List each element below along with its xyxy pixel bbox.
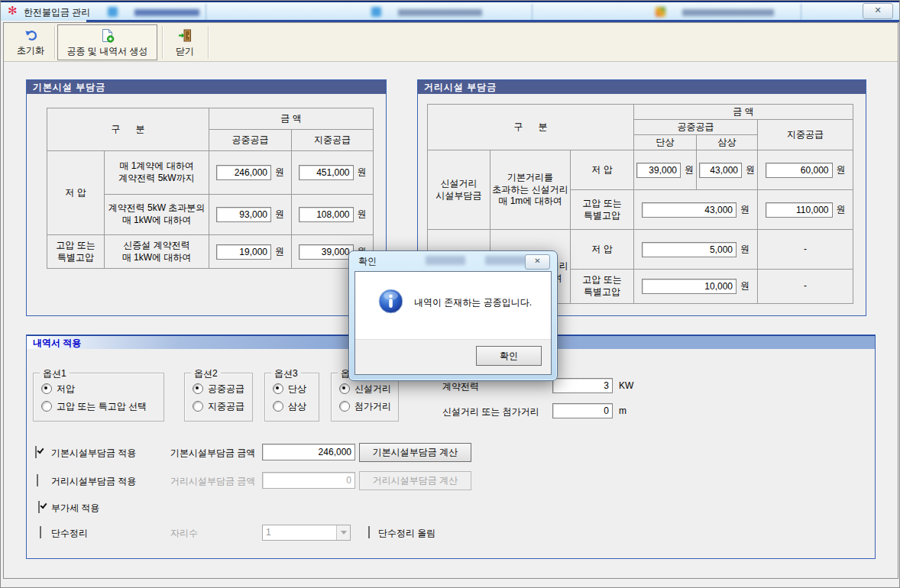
digits-combobox-value: 1 [263,525,336,540]
basic-fee-panel-title: 기본시설 부담금 [27,80,386,94]
row-desc: 매 1계약에 대하여 계약전력 5kW까지 [105,151,209,195]
undo-icon [24,28,38,44]
radio-new-distance[interactable]: 신설거리 [339,383,398,394]
glass-reflection-blob [485,256,529,265]
distance-fee-amount-label: 거리시설부담금 금액 [170,475,255,488]
dist-g1-high-underground-field[interactable]: 110,000 [766,202,833,218]
currency-unit: 원 [740,280,749,292]
radio-icon [41,401,52,412]
currency-unit: 원 [740,244,749,256]
confirm-dialog: 확인 ✕ 내역이 존재 [348,250,558,381]
dist-g1-low-three-field[interactable]: 43,000 [699,163,742,178]
radio-icon [273,401,283,412]
currency-unit: 원 [275,166,284,179]
currency-unit: 원 [358,166,367,179]
toolbar-separator [54,26,56,59]
glass-reflection-blob [426,256,465,265]
currency-unit: 원 [740,204,749,216]
basic-r1-underground-field[interactable]: 451,000 [299,165,354,180]
currency-unit: 원 [837,204,846,216]
rounding-checkbox[interactable] [40,526,41,538]
option1-legend: 옵션1 [40,367,70,380]
basic-r3-overhead-field[interactable]: 19,000 [216,244,271,260]
close-button[interactable]: 닫기 [166,25,204,60]
reset-button[interactable]: 초기화 [8,25,53,60]
generate-worktype-button[interactable]: 공종 및 내역서 생성 [57,24,157,60]
new-document-icon [100,28,115,45]
col-header-three-phase: 삼상 [697,135,758,150]
dist-g2-low-underground-dash: - [758,230,853,270]
radio-overhead-supply[interactable]: 공중공급 [193,383,252,394]
radio-icon [193,401,203,412]
distance-fee-panel-title: 거리시설 부담금 [418,80,866,94]
info-icon [378,289,403,316]
window-close-button[interactable]: ✕ [863,3,893,19]
radio-high-voltage[interactable]: 고압 또는 특고압 선택 [41,401,163,412]
contract-power-unit: KW [619,380,633,391]
round-up-checkbox[interactable] [368,526,370,538]
kepco-payment-dialog: ✻ 한전불입금 관리 ✕ 초기화 공종 및 내역서 생성 닫기 기본시설 부담금… [0,0,900,588]
radio-icon [339,401,350,412]
background-tab-icon [371,7,381,17]
confirm-dialog-body: 내역이 존재하는 공종입니다. 확인 [354,271,552,375]
background-tab-icon [656,7,665,17]
row-desc: 계약전력 5kW 초과분의 매 1kW에 대하여 [105,195,209,235]
contract-power-label: 계약전력 [442,380,479,393]
basic-fee-calc-button[interactable]: 기본시설부담금 계산 [359,443,471,462]
currency-unit: 원 [358,208,367,221]
dist-g1-high-overhead-field[interactable]: 43,000 [642,202,737,218]
option2-legend: 옵션2 [191,367,221,380]
radio-label: 고압 또는 특고압 선택 [57,400,147,413]
exit-door-icon [178,28,193,45]
row-header-new-distance: 신설거리 시설부담금 [428,150,490,230]
radio-single-phase[interactable]: 단상 [273,383,319,394]
confirm-ok-button[interactable]: 확인 [476,346,542,366]
basic-r1-overhead-field[interactable]: 246,000 [216,165,271,180]
dist-g1-low-underground-field[interactable]: 60,000 [766,163,833,178]
row-header-low-voltage: 저 압 [571,230,634,270]
background-tab-label-blob [134,9,199,16]
vat-apply-checkbox[interactable] [38,501,40,513]
col-header-overhead: 공중공급 [209,130,292,151]
app-flower-icon: ✻ [8,4,18,18]
radio-label: 단상 [288,383,306,396]
distance-fee-calc-button[interactable]: 거리시설부담금 계산 [359,471,471,490]
distance-fee-amount-field[interactable]: 0 [262,472,355,489]
radio-label: 신설거리 [354,383,391,396]
basic-fee-apply-checkbox[interactable] [35,446,37,458]
basic-r2-underground-field[interactable]: 108,000 [299,207,354,222]
col-header-underground: 지중공급 [758,120,853,150]
chevron-down-icon[interactable] [336,525,350,540]
row-header-low-voltage: 저 압 [571,150,634,190]
col-header-underground: 지중공급 [292,130,374,151]
toolbar-separator [162,26,163,59]
radio-underground-supply[interactable]: 지중공급 [193,401,252,412]
tab-separator [206,4,206,21]
col-header-amount: 금 액 [209,108,374,130]
confirm-dialog-close-button[interactable]: ✕ [525,254,550,270]
dist-g2-high-underground-dash: - [758,270,853,304]
dist-g2-high-overhead-field[interactable]: 10,000 [642,279,737,294]
round-up-label: 단수정리 올림 [378,527,435,540]
background-app-tabs [86,2,900,21]
digits-combobox[interactable]: 1 [262,525,351,541]
col-header-overhead: 공중공급 [634,120,758,135]
dist-g1-low-single-field[interactable]: 39,000 [636,163,681,178]
radio-added-distance[interactable]: 첨가거리 [339,401,398,412]
radio-low-voltage[interactable]: 저압 [41,383,163,394]
radio-icon [339,383,350,394]
basic-r3-underground-field[interactable]: 39,000 [299,244,354,260]
confirm-dialog-title: 확인 [358,255,377,268]
basic-fee-table: 구 분 금 액 공중공급 지중공급 저 압 매 1계약에 대하여 계약전력 5k… [47,108,374,269]
option3-legend: 옵션3 [271,367,301,380]
radio-icon [273,383,283,394]
dist-g2-low-overhead-field[interactable]: 5,000 [642,242,737,257]
reset-button-label: 초기화 [17,44,44,57]
basic-r2-overhead-field[interactable]: 93,000 [216,207,271,222]
contract-power-field[interactable]: 3 [552,378,613,393]
basic-fee-amount-field[interactable]: 246,000 [262,444,355,460]
distance-length-field[interactable]: 0 [552,403,613,418]
radio-icon [193,383,203,394]
radio-three-phase[interactable]: 삼상 [273,401,319,412]
distance-fee-apply-checkbox[interactable] [37,474,38,486]
